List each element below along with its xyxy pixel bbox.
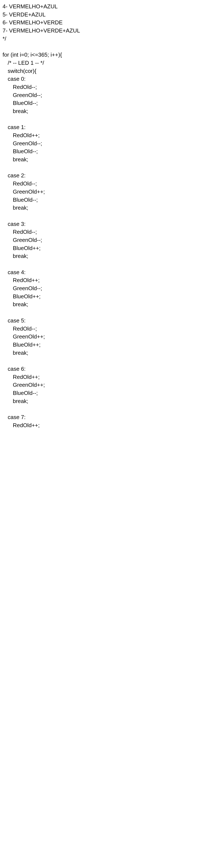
code-line: BlueOld--;: [3, 389, 202, 397]
code-line: break;: [3, 107, 202, 115]
code-line: */: [3, 35, 202, 43]
code-line: case 5:: [3, 317, 202, 325]
code-line: break;: [3, 252, 202, 260]
code-line: case 4:: [3, 269, 202, 277]
code-line: RedOld++;: [3, 422, 202, 430]
code-line: [3, 357, 202, 365]
code-line: RedOld++;: [3, 276, 202, 284]
code-line: GreenOld--;: [3, 236, 202, 244]
code-line: [3, 260, 202, 269]
code-line: BlueOld++;: [3, 341, 202, 349]
code-line: case 6:: [3, 365, 202, 373]
code-line: /* -- LED 1 -- */: [3, 59, 202, 67]
code-line: case 3:: [3, 220, 202, 228]
code-line: case 1:: [3, 123, 202, 131]
code-line: 6- VERMELHO+VERDE: [3, 19, 202, 27]
code-line: for (int i=0; i<=365; i++){: [3, 51, 202, 59]
code-line: break;: [3, 349, 202, 357]
code-line: RedOld--;: [3, 228, 202, 236]
code-line: 4- VERMELHO+AZUL: [3, 3, 202, 11]
code-line: break;: [3, 156, 202, 164]
code-line: [3, 43, 202, 51]
code-line: case 0:: [3, 75, 202, 83]
code-line: break;: [3, 301, 202, 309]
code-line: break;: [3, 204, 202, 212]
code-line: [3, 164, 202, 172]
code-block: 4- VERMELHO+AZUL5- VERDE+AZUL6- VERMELHO…: [3, 3, 202, 429]
code-line: 7- VERMELHO+VERDE+AZUL: [3, 27, 202, 35]
code-line: BlueOld++;: [3, 244, 202, 252]
code-line: [3, 212, 202, 220]
code-line: BlueOld++;: [3, 292, 202, 301]
code-line: GreenOld--;: [3, 91, 202, 99]
code-line: BlueOld--;: [3, 148, 202, 156]
code-line: GreenOld--;: [3, 284, 202, 292]
code-line: GreenOld++;: [3, 188, 202, 196]
code-line: break;: [3, 397, 202, 405]
code-line: RedOld--;: [3, 180, 202, 188]
code-line: [3, 115, 202, 124]
code-line: case 7:: [3, 413, 202, 422]
code-line: GreenOld--;: [3, 140, 202, 148]
code-line: RedOld--;: [3, 325, 202, 333]
code-line: GreenOld++;: [3, 333, 202, 341]
code-line: [3, 309, 202, 317]
code-line: RedOld--;: [3, 83, 202, 91]
code-line: case 2:: [3, 172, 202, 180]
code-line: GreenOld++;: [3, 381, 202, 389]
code-line: 5- VERDE+AZUL: [3, 11, 202, 19]
code-line: switch(cor){: [3, 67, 202, 75]
code-line: BlueOld--;: [3, 99, 202, 107]
code-line: RedOld++;: [3, 131, 202, 140]
code-line: RedOld++;: [3, 373, 202, 381]
code-line: BlueOld--;: [3, 196, 202, 204]
code-line: [3, 405, 202, 413]
